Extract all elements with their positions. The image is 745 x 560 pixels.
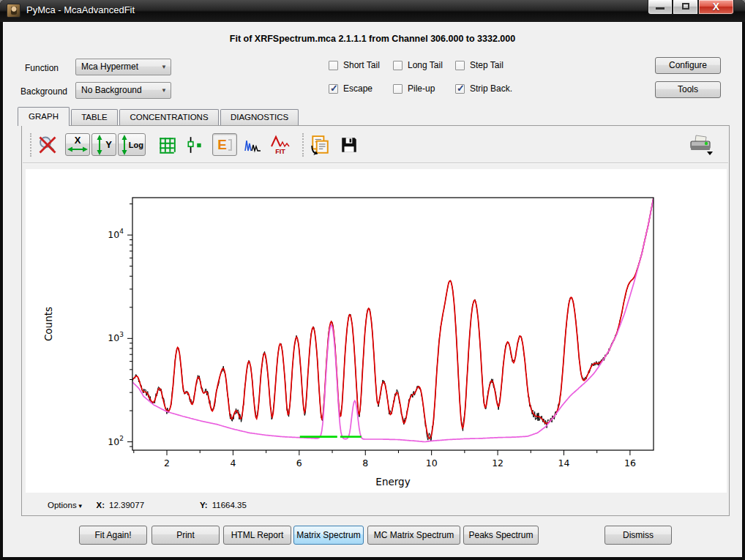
fit-icon[interactable]: FIT [269, 133, 292, 157]
matrix-spectrum-button[interactable]: Matrix Spectrum [293, 526, 364, 545]
svg-text:6: 6 [296, 458, 302, 468]
svg-text:102: 102 [108, 435, 124, 447]
checkbox-box[interactable] [393, 61, 403, 70]
svg-text:8: 8 [362, 458, 368, 468]
fit-again-button[interactable]: Fit Again! [79, 526, 147, 545]
background-label: Background [20, 86, 67, 97]
status-bar: Options▼ X: 12.39077 Y: 11664.35 [23, 495, 728, 515]
close-icon: X [713, 1, 719, 12]
svg-text:4: 4 [230, 458, 236, 468]
configure-button[interactable]: Configure [655, 57, 721, 74]
log-toggle-button[interactable]: Log [118, 133, 146, 156]
print-icon[interactable] [686, 133, 715, 157]
tab-concentrations[interactable]: CONCENTRATIONS [119, 109, 219, 125]
minimize-icon [656, 7, 664, 10]
fit-display-icon[interactable] [242, 133, 266, 157]
maximize-icon [682, 3, 689, 10]
checkbox-strip-back[interactable]: Strip Back. [455, 83, 512, 94]
svg-text:14: 14 [558, 458, 570, 468]
app-icon [7, 4, 20, 18]
grid-icon[interactable] [155, 133, 179, 157]
function-label: Function [25, 63, 59, 73]
svg-text:103: 103 [108, 331, 124, 343]
minimize-button[interactable] [648, 0, 673, 15]
cursor-x-value: 12.39077 [109, 501, 144, 509]
function-combobox[interactable]: Mca Hypermet▼ [75, 59, 171, 75]
tab-diagnostics[interactable]: DIAGNOSTICS [220, 109, 299, 125]
svg-text:104: 104 [108, 228, 124, 240]
log-arrow-icon [120, 135, 129, 155]
tools-button[interactable]: Tools [655, 81, 721, 98]
cursor-x-label: X: [97, 501, 105, 509]
plot-toolbar: X Y Log [23, 127, 728, 163]
print-button[interactable]: Print [151, 526, 220, 545]
svg-text:12: 12 [492, 458, 503, 468]
html-report-button[interactable]: HTML Report [223, 526, 291, 545]
markers-icon[interactable] [183, 133, 206, 157]
checkbox-escape[interactable]: Escape [329, 83, 372, 94]
energy-axis-button[interactable]: E [212, 133, 237, 156]
checkbox-step-tail[interactable]: Step Tail [455, 60, 503, 70]
copy-icon[interactable] [308, 133, 332, 157]
spectrum-figure: 246810121416102103104EnergyCounts [26, 169, 727, 493]
mc-matrix-spectrum-button[interactable]: MC Matrix Spectrum [367, 526, 460, 545]
toolbar-separator [302, 133, 304, 157]
window-title: PyMca - McaAdvancedFit [26, 4, 135, 15]
svg-text:FIT: FIT [275, 148, 285, 155]
x-arrow-icon [67, 145, 89, 154]
cursor-y-value: 11664.35 [212, 501, 247, 509]
title-bar[interactable]: PyMca - McaAdvancedFit X [0, 0, 745, 22]
checkbox-box[interactable] [455, 84, 465, 94]
y-arrow-icon [95, 135, 104, 155]
fit-header-title: Fit of XRFSpectrum.mca 2.1.1.1 from Chan… [3, 34, 742, 44]
checkbox-box[interactable] [329, 61, 338, 70]
close-button[interactable]: X [698, 0, 734, 15]
options-menu-button[interactable]: Options▼ [48, 501, 83, 509]
toolbar-handle [30, 133, 31, 157]
tab-graph[interactable]: GRAPH [18, 107, 70, 126]
cursor-y-label: Y: [200, 501, 208, 509]
svg-text:16: 16 [624, 458, 636, 468]
chevron-down-icon: ▼ [161, 59, 167, 75]
chevron-down-icon: ▼ [78, 503, 83, 509]
graph-tab-panel: X Y Log [21, 125, 730, 516]
x-autoscale-button[interactable]: X [65, 133, 90, 156]
dismiss-button[interactable]: Dismiss [604, 526, 672, 545]
checkbox-box[interactable] [393, 84, 403, 94]
zoom-reset-icon[interactable] [36, 133, 59, 157]
save-icon[interactable] [337, 133, 361, 157]
chevron-down-icon: ▼ [161, 83, 167, 98]
spectrum-plot[interactable]: 246810121416102103104EnergyCounts [26, 169, 727, 493]
tab-table[interactable]: TABLE [71, 109, 118, 125]
checkbox-pileup[interactable]: Pile-up [393, 83, 435, 94]
peaks-spectrum-button[interactable]: Peaks Spectrum [463, 526, 539, 545]
pymca-window: PyMca - McaAdvancedFit X Fit of XRFSpect… [0, 0, 745, 560]
maximize-button[interactable] [673, 0, 698, 15]
svg-text:10: 10 [426, 458, 438, 468]
y-autoscale-button[interactable]: Y [91, 133, 116, 156]
svg-text:Counts: Counts [42, 307, 54, 341]
checkbox-short-tail[interactable]: Short Tail [329, 60, 380, 70]
background-combobox[interactable]: No Background▼ [75, 82, 171, 99]
svg-text:2: 2 [164, 458, 170, 468]
bracket-icon [228, 139, 232, 151]
svg-text:Energy: Energy [375, 476, 410, 488]
checkbox-box[interactable] [329, 84, 338, 94]
checkbox-box[interactable] [455, 61, 465, 70]
footer-button-row: Fit Again! Print HTML Report Matrix Spec… [3, 520, 742, 557]
checkbox-long-tail[interactable]: Long Tail [393, 60, 443, 70]
